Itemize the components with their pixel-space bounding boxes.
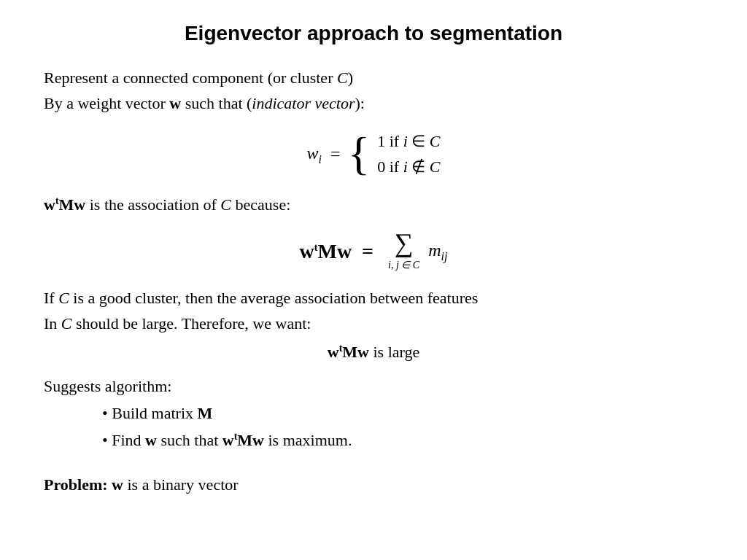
- piecewise-lhs: wi: [307, 140, 322, 168]
- cluster-text-2a: In: [44, 314, 61, 332]
- bullet-item-2: • Find w such that wtMw is maximum.: [102, 428, 703, 452]
- bullet2-find: Find: [112, 431, 145, 449]
- problem-end: is a binary vector: [123, 475, 239, 494]
- bullet2-such: such that: [157, 431, 222, 449]
- bullet-item-1: • Build matrix M: [102, 401, 703, 425]
- bullet1-text: Build matrix: [112, 404, 197, 422]
- suggests-text: Suggests algorithm:: [44, 377, 171, 395]
- equals-sign: =: [330, 141, 341, 167]
- intro-line2: By a weight vector w such that (indicato…: [44, 91, 703, 115]
- indicator-text: indicator vector: [252, 94, 355, 112]
- assoc-line: wtMw is the association of C because:: [44, 192, 703, 217]
- intro-end: ): [348, 69, 353, 87]
- assoc-C: C: [220, 195, 231, 214]
- case2-val: 0 if i ∉ C: [377, 158, 440, 176]
- case-row-2: 0 if i ∉ C: [377, 154, 440, 179]
- page-title: Eigenvector approach to segmentation: [44, 22, 703, 45]
- case1-val: 1 if i ∈ C: [377, 132, 440, 150]
- cluster-line1: If C is a good cluster, then the average…: [44, 286, 703, 310]
- bullet2-wtMw: wtMw: [222, 431, 264, 449]
- cluster-text-1b: is a good cluster, then the average asso…: [69, 289, 479, 307]
- bullet-symbol-2: •: [102, 431, 112, 449]
- cluster-text-2b: should be large. Therefore, we want:: [72, 314, 311, 332]
- cluster-C2: C: [61, 314, 72, 332]
- sigma-symbol: ∑: [395, 230, 414, 256]
- problem-w: w: [112, 475, 123, 494]
- intro-text-2b: such that (: [181, 94, 252, 112]
- intro-w: w: [169, 94, 181, 112]
- sum-subscript: i, j ∈ C: [388, 257, 419, 273]
- intro-text-1: Represent a connected component (or clus…: [44, 69, 337, 87]
- intro-C: C: [337, 69, 348, 87]
- problem-line: Problem: w is a binary vector: [44, 472, 703, 497]
- cluster-C1: C: [58, 289, 69, 307]
- intro-text-2a: By a weight vector: [44, 94, 169, 112]
- bullet-symbol-1: •: [102, 404, 112, 422]
- is-large-text: is large: [369, 343, 419, 361]
- wtMw-large-term: wtMw: [328, 343, 369, 361]
- case-row-1: 1 if i ∈ C: [377, 128, 440, 154]
- sum-equals: =: [362, 236, 374, 267]
- wtMw-large-line: wtMw is large: [44, 340, 703, 364]
- left-brace: {: [348, 131, 371, 177]
- sum-formula: wtMw = ∑ i, j ∈ C mij: [300, 230, 448, 273]
- problem-bold: Problem:: [44, 475, 108, 494]
- sum-formula-block: wtMw = ∑ i, j ∈ C mij: [44, 230, 703, 273]
- main-content: Represent a connected component (or clus…: [44, 66, 703, 497]
- bullet2-w: w: [145, 431, 157, 449]
- intro-close: ):: [355, 94, 364, 112]
- sum-symbol-block: ∑ i, j ∈ C: [388, 230, 419, 273]
- cases-block: 1 if i ∈ C 0 if i ∉ C: [377, 128, 440, 179]
- bullet2-end: is maximum.: [264, 431, 352, 449]
- bullet1-M: M: [198, 404, 213, 422]
- intro-line1: Represent a connected component (or clus…: [44, 66, 703, 90]
- bullet-list: • Build matrix M • Find w such that wtMw…: [102, 401, 703, 452]
- cluster-line2: In C should be large. Therefore, we want…: [44, 311, 703, 335]
- assoc-text-end: because:: [231, 195, 290, 214]
- wtMw-assoc: wtMw: [44, 195, 85, 214]
- piecewise-formula: wi = { 1 if i ∈ C 0 if i ∉ C: [44, 128, 703, 179]
- sum-lhs: wtMw: [300, 236, 352, 267]
- suggests-line: Suggests algorithm:: [44, 374, 703, 398]
- assoc-text-start: is the association of: [85, 195, 220, 214]
- cluster-text-1a: If: [44, 289, 58, 307]
- m-ij-term: mij: [428, 237, 447, 265]
